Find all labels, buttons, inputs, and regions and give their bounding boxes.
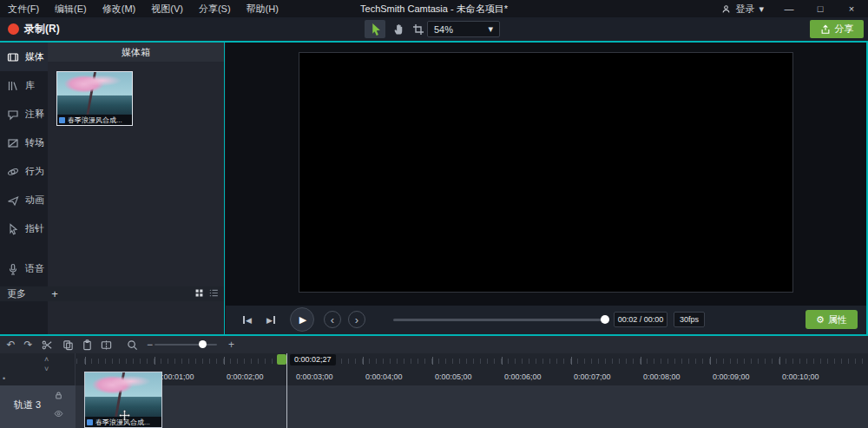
properties-button[interactable]: ⚙ 属性 — [806, 310, 858, 329]
sidebar-item-animations[interactable]: 动画 — [0, 186, 48, 214]
ruler-minor-ticks — [76, 359, 868, 364]
record-button[interactable]: 录制(R) — [4, 20, 63, 38]
redo-icon: ↷ — [23, 339, 32, 351]
sidebar-item-cursor-effects[interactable]: 指针 — [0, 214, 48, 243]
split-button[interactable] — [99, 338, 114, 352]
menu-file[interactable]: 文件(F) — [0, 0, 47, 17]
ruler-tick — [363, 357, 364, 365]
ruler-label: 0:00:03;00 — [296, 372, 333, 381]
ruler-tick — [710, 357, 711, 365]
playback-scrubber[interactable] — [393, 319, 608, 321]
menubar-right: 登录 ▾ — □ × — [721, 0, 868, 17]
ruler-tick — [502, 357, 503, 365]
media-thumbnail — [57, 72, 132, 115]
sidebar-item-voice[interactable]: 语音 — [0, 254, 48, 283]
undo-icon: ↶ — [6, 339, 15, 351]
previous-clip-button[interactable]: ‹ — [324, 311, 341, 328]
time-display: 00:02 / 00:00 — [614, 312, 667, 327]
previous-icon: ‹ — [331, 314, 334, 326]
ruler-label: 0:00:02;00 — [227, 372, 264, 381]
track-hide-button[interactable] — [54, 409, 63, 418]
properties-label: 属性 — [828, 313, 847, 326]
crop-tool-button[interactable] — [408, 20, 429, 38]
next-clip-button[interactable]: › — [348, 311, 365, 328]
fps-display: 30fps — [674, 312, 705, 327]
cut-button[interactable] — [40, 338, 55, 352]
pan-tool-button[interactable] — [388, 20, 409, 38]
sidebar-item-library[interactable]: 库 — [0, 71, 48, 100]
timeline-clip[interactable]: 春季浪漫风合成... — [84, 372, 162, 428]
track-header[interactable]: 轨道 3 — [0, 385, 76, 428]
menu-view[interactable]: 视图(V) — [143, 0, 191, 17]
time-display-value: 00:02 / 00:00 — [618, 315, 664, 324]
add-tab-button[interactable]: + — [49, 287, 61, 300]
scrubber-knob[interactable] — [601, 315, 609, 324]
panel-bottom-bar: 更多 + — [0, 286, 224, 301]
paste-button[interactable] — [80, 338, 95, 352]
timeline-zoom-slider[interactable] — [155, 344, 217, 346]
login-label: 登录 — [735, 3, 754, 16]
share-button[interactable]: 分享 — [810, 20, 864, 38]
redo-button[interactable]: ↷ — [21, 338, 36, 352]
media-bin-header: 媒体箱 — [48, 43, 224, 62]
ruler-tick — [571, 357, 572, 365]
playhead-line[interactable] — [286, 353, 287, 428]
sidebar-item-label: 指针 — [25, 222, 44, 235]
menu-edit[interactable]: 编辑(E) — [47, 0, 95, 17]
camtasia-window: 文件(F) 编辑(E) 修改(M) 视图(V) 分享(S) 帮助(H) Tech… — [0, 0, 868, 428]
minimize-button[interactable]: — — [783, 3, 795, 14]
more-tabs-button[interactable]: 更多 — [0, 287, 26, 300]
sidebar-item-label: 动画 — [25, 194, 44, 207]
ruler-tick — [641, 357, 641, 365]
maximize-button[interactable]: □ — [814, 3, 826, 14]
copy-button[interactable] — [61, 338, 76, 352]
undo-button[interactable]: ↶ — [3, 338, 18, 352]
sidebar-item-transitions[interactable]: 转场 — [0, 128, 48, 157]
sidebar-item-annotations[interactable]: 注释 — [0, 100, 48, 128]
step-bar-icon — [243, 316, 245, 324]
menu-help[interactable]: 帮助(H) — [239, 0, 286, 17]
ruler-tick — [85, 357, 86, 365]
step-forward-button[interactable]: ▶ — [266, 313, 275, 326]
left-panel: 媒体 库 注释 转场 行为 动画 — [0, 43, 224, 334]
behaviors-icon — [7, 166, 19, 178]
track-resize-up-button[interactable]: ˄ — [44, 355, 49, 364]
sidebar-item-media[interactable]: 媒体 — [0, 43, 48, 71]
copy-icon — [62, 339, 74, 351]
timeline-zoom-button[interactable] — [125, 338, 140, 352]
zoom-slider-knob[interactable] — [199, 340, 207, 348]
media-bin-title: 媒体箱 — [122, 46, 150, 59]
track-resize-down-button[interactable]: ˅ — [44, 365, 49, 373]
track-label: 轨道 3 — [14, 398, 41, 412]
step-backward-button[interactable]: ◀ — [243, 313, 252, 326]
track-lock-button[interactable] — [54, 391, 63, 400]
plus-icon: + — [228, 339, 234, 351]
person-icon — [721, 4, 731, 14]
canvas-zoom-select[interactable]: 54% ▾ — [427, 21, 500, 37]
select-tool-button[interactable] — [365, 20, 385, 38]
login-caret-icon: ▾ — [759, 3, 764, 15]
play-button[interactable]: ▶ — [290, 307, 314, 332]
animations-icon — [7, 194, 19, 207]
login-button[interactable]: 登录 ▾ — [721, 3, 764, 16]
playback-bar: ◀ ▶ ▶ ‹ › 00:02 / 00:00 30fps ⚙ 属性 — [226, 306, 866, 334]
playhead-handle[interactable] — [277, 354, 286, 365]
pointer-icon — [7, 223, 19, 235]
magnifier-icon — [127, 339, 138, 351]
view-toggles — [194, 288, 219, 298]
list-view-button[interactable] — [209, 288, 219, 298]
zoom-in-button[interactable]: + — [224, 338, 239, 352]
close-button[interactable]: × — [845, 3, 858, 14]
media-bin-item[interactable]: 春季浪漫风合成... — [56, 71, 133, 126]
grid-view-button[interactable] — [194, 288, 204, 298]
sidebar-item-behaviors[interactable]: 行为 — [0, 157, 48, 186]
menu-modify[interactable]: 修改(M) — [95, 0, 144, 17]
video-preview[interactable] — [299, 52, 793, 293]
ruler-label: 0:00:08;00 — [643, 372, 681, 381]
canvas-zoom-value: 54% — [434, 24, 453, 35]
split-icon — [101, 339, 112, 351]
media-item-caption: 春季浪漫风合成... — [57, 115, 132, 125]
ruler-label: 0:00:01;00 — [157, 372, 194, 381]
menu-share[interactable]: 分享(S) — [191, 0, 239, 17]
step-bar-icon — [273, 316, 275, 324]
